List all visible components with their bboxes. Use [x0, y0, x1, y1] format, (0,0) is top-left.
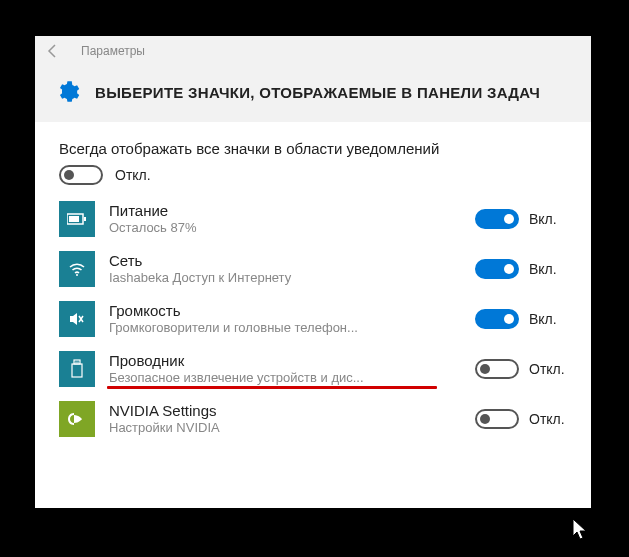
page-header: ВЫБЕРИТЕ ЗНАЧКИ, ОТОБРАЖАЕМЫЕ В ПАНЕЛИ З…: [35, 66, 591, 122]
battery-icon: [59, 201, 95, 237]
toggle-wrap: Откл.: [475, 409, 567, 429]
item-desc: Громкоговорители и головные телефон...: [109, 320, 461, 337]
volume-icon: [59, 301, 95, 337]
toggle-wrap: Вкл.: [475, 259, 567, 279]
list-item: ПитаниеОсталось 87%Вкл.: [59, 201, 567, 237]
cursor-icon: [572, 518, 590, 542]
usb-icon: [59, 351, 95, 387]
toggle-state-label: Вкл.: [529, 311, 567, 327]
svg-rect-2: [84, 217, 86, 221]
svg-rect-4: [74, 360, 80, 364]
item-title: NVIDIA Settings: [109, 402, 461, 420]
item-text: NVIDIA SettingsНастройки NVIDIA: [109, 402, 461, 437]
master-toggle-label: Откл.: [115, 167, 153, 183]
titlebar-app-name: Параметры: [81, 44, 145, 58]
item-text: ГромкостьГромкоговорители и головные тел…: [109, 302, 461, 337]
svg-rect-7: [78, 362, 79, 364]
toggle-state-label: Вкл.: [529, 261, 567, 277]
list-item: СетьIashabeka Доступ к ИнтернетуВкл.: [59, 251, 567, 287]
item-text: ПроводникБезопасное извлечение устройств…: [109, 352, 461, 387]
icon-toggle-list: ПитаниеОсталось 87%Вкл.СетьIashabeka Дос…: [59, 201, 567, 437]
toggle-wrap: Вкл.: [475, 309, 567, 329]
item-desc: Iashabeka Доступ к Интернету: [109, 270, 461, 287]
wifi-icon: [59, 251, 95, 287]
page-title: ВЫБЕРИТЕ ЗНАЧКИ, ОТОБРАЖАЕМЫЕ В ПАНЕЛИ З…: [95, 84, 540, 101]
item-desc: Настройки NVIDIA: [109, 420, 461, 437]
master-toggle[interactable]: [59, 165, 103, 185]
item-toggle[interactable]: [475, 309, 519, 329]
settings-window: Параметры ВЫБЕРИТЕ ЗНАЧКИ, ОТОБРАЖАЕМЫЕ …: [35, 36, 591, 508]
item-toggle[interactable]: [475, 359, 519, 379]
master-subtitle: Всегда отображать все значки в области у…: [59, 140, 567, 157]
titlebar: Параметры: [35, 36, 591, 66]
content-area: Всегда отображать все значки в области у…: [35, 122, 591, 508]
highlight-underline: [107, 386, 437, 389]
item-text: СетьIashabeka Доступ к Интернету: [109, 252, 461, 287]
toggle-state-label: Откл.: [529, 411, 567, 427]
svg-point-3: [76, 274, 78, 276]
item-desc: Безопасное извлечение устройств и дис...: [109, 370, 461, 387]
item-text: ПитаниеОсталось 87%: [109, 202, 461, 237]
svg-rect-5: [72, 364, 82, 377]
list-item: ПроводникБезопасное извлечение устройств…: [59, 351, 567, 387]
svg-rect-1: [69, 216, 79, 222]
item-title: Проводник: [109, 352, 461, 370]
gear-icon: [53, 78, 81, 106]
item-toggle[interactable]: [475, 409, 519, 429]
item-toggle[interactable]: [475, 209, 519, 229]
list-item: ГромкостьГромкоговорители и головные тел…: [59, 301, 567, 337]
item-title: Громкость: [109, 302, 461, 320]
nvidia-icon: [59, 401, 95, 437]
toggle-wrap: Откл.: [475, 359, 567, 379]
back-button[interactable]: [43, 41, 63, 61]
master-toggle-row: Откл.: [59, 165, 567, 185]
item-title: Сеть: [109, 252, 461, 270]
item-desc: Осталось 87%: [109, 220, 461, 237]
svg-rect-6: [76, 362, 77, 364]
toggle-state-label: Откл.: [529, 361, 567, 377]
item-title: Питание: [109, 202, 461, 220]
item-toggle[interactable]: [475, 259, 519, 279]
toggle-wrap: Вкл.: [475, 209, 567, 229]
toggle-state-label: Вкл.: [529, 211, 567, 227]
list-item: NVIDIA SettingsНастройки NVIDIAОткл.: [59, 401, 567, 437]
